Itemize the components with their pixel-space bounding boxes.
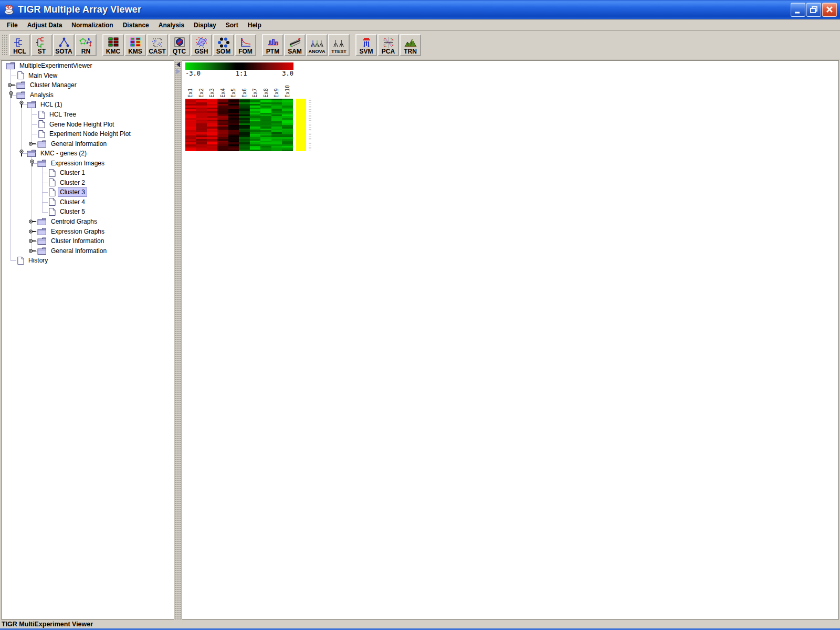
tree-item-general-information-8[interactable]: General Information <box>2 139 174 149</box>
tree-item-experiment-node-height-plot[interactable]: Experiment Node Height Plot <box>2 129 174 139</box>
tree-item-label: Expression Graphs <box>49 227 107 236</box>
toolbar-button-hcl[interactable]: HCL <box>9 34 30 56</box>
menu-item-file[interactable]: File <box>2 20 23 30</box>
tree-item-cluster-information[interactable]: Cluster Information <box>2 236 174 246</box>
expand-right-icon[interactable] <box>176 69 180 74</box>
toolbar-button-ttest[interactable]: TTEST <box>328 34 350 56</box>
toolbar-button-label: RN <box>81 48 90 55</box>
toolbar-button-label: ST <box>38 48 46 55</box>
app-icon <box>3 4 15 15</box>
menu-item-distance[interactable]: Distance <box>118 20 154 30</box>
tree-item-history[interactable]: History <box>2 256 174 266</box>
status-bar: TIGR MultiExperiment Viewer <box>0 620 840 628</box>
toolbar-button-label: GSH <box>194 48 208 55</box>
toolbar-button-qtc[interactable]: QTC <box>169 34 190 56</box>
toolbar-button-cast[interactable]: CAST <box>146 34 168 56</box>
toolbar-button-label: CAST <box>149 48 166 55</box>
folder-icon <box>16 81 26 89</box>
tree-item-expression-images[interactable]: Expression Images <box>2 158 174 168</box>
collapsed-handle-icon[interactable] <box>28 227 36 236</box>
toolbar-group-2: KMCKMSCASTQTCGSHSOMFOM <box>102 34 257 56</box>
svm-icon <box>360 37 373 48</box>
toolbar-button-som[interactable]: SOM <box>213 34 234 56</box>
column-label-text: Ex10 <box>285 85 290 98</box>
toolbar-button-pca[interactable]: PCA <box>377 34 399 56</box>
tree-item-main-view[interactable]: Main View <box>2 71 174 81</box>
expanded-handle-icon[interactable] <box>17 149 26 158</box>
toolbar-button-label: SOTA <box>55 48 72 55</box>
column-label-ex9: Ex9 <box>271 73 282 98</box>
minimize-button[interactable] <box>791 3 805 17</box>
close-button[interactable] <box>822 3 837 17</box>
toolbar-button-label: SVM <box>359 48 373 55</box>
menu-item-adjust-data[interactable]: Adjust Data <box>23 20 67 30</box>
toolbar-button-st[interactable]: ST <box>31 34 52 56</box>
collapsed-handle-icon[interactable] <box>7 80 15 90</box>
column-label-ex8: Ex8 <box>261 73 272 98</box>
kmc-icon <box>107 37 120 48</box>
folder-icon <box>6 61 15 70</box>
document-icon <box>16 256 24 265</box>
tree-item-centroid-graphs[interactable]: Centroid Graphs <box>2 217 174 227</box>
menu-item-help[interactable]: Help <box>243 20 266 30</box>
split-pane-divider[interactable] <box>174 60 182 620</box>
pca-icon <box>382 37 395 48</box>
toolbar-button-rn[interactable]: RN <box>75 34 97 56</box>
menu-item-analysis[interactable]: Analysis <box>154 20 189 30</box>
tree-item-general-information-19[interactable]: General Information <box>2 246 174 256</box>
tree-item-analysis[interactable]: Analysis <box>2 90 174 100</box>
tree-item-kmc-genes-2[interactable]: KMC - genes (2) <box>2 149 174 159</box>
expanded-handle-icon[interactable] <box>28 159 36 168</box>
tree-item-expression-graphs[interactable]: Expression Graphs <box>2 226 174 236</box>
toolbar: HCLSTSOTARNKMCKMSCASTQTCGSHSOMFOMPTMSAMA… <box>0 31 840 59</box>
toolbar-button-ptm[interactable]: PTM <box>262 34 284 56</box>
document-icon <box>48 178 56 187</box>
toolbar-button-label: HCL <box>13 48 26 55</box>
tree-item-multipleexperimentviewer[interactable]: MultipleExperimentViewer <box>2 61 174 71</box>
menu-item-display[interactable]: Display <box>189 20 221 30</box>
toolbar-button-svm[interactable]: SVM <box>355 34 377 56</box>
tree-item-cluster-1[interactable]: Cluster 1 <box>2 168 174 178</box>
toolbar-button-fom[interactable]: FOM <box>235 34 256 56</box>
tree-item-cluster-5[interactable]: Cluster 5 <box>2 207 174 217</box>
st-icon <box>35 37 49 48</box>
minimize-icon <box>792 4 804 15</box>
tree-item-label: Expression Images <box>49 159 107 168</box>
toolbar-button-sam[interactable]: SAM <box>284 34 306 56</box>
tree-item-gene-node-height-plot[interactable]: Gene Node Height Plot <box>2 119 174 129</box>
tree-item-hcl-tree[interactable]: HCL Tree <box>2 110 174 120</box>
restore-button[interactable] <box>806 3 821 17</box>
collapse-left-icon[interactable] <box>176 62 180 67</box>
toolbar-button-gsh[interactable]: GSH <box>191 34 212 56</box>
folder-icon <box>27 100 36 109</box>
toolbar-drag-handle[interactable] <box>1 34 7 56</box>
toolbar-button-anova[interactable]: ANOVA <box>306 34 328 56</box>
menu-item-normalization[interactable]: Normalization <box>67 20 118 30</box>
expression-heatmap[interactable] <box>185 99 293 151</box>
collapsed-handle-icon[interactable] <box>28 246 36 256</box>
collapsed-handle-icon[interactable] <box>28 236 36 246</box>
app-window: TIGR Multiple Array Viewer FileAdjust Da… <box>0 0 840 630</box>
expanded-handle-icon[interactable] <box>7 90 15 100</box>
toolbar-button-trn[interactable]: TRN <box>400 34 421 56</box>
tree-item-cluster-3[interactable]: Cluster 3 <box>2 187 174 197</box>
content-area: MultipleExperimentViewerMain ViewCluster… <box>0 59 840 620</box>
toolbar-button-kmc[interactable]: KMC <box>102 34 124 56</box>
toolbar-button-label: PTM <box>266 48 279 55</box>
collapsed-handle-icon[interactable] <box>28 139 36 149</box>
tree-item-hcl-1[interactable]: HCL (1) <box>2 100 174 110</box>
expanded-handle-icon[interactable] <box>17 100 26 109</box>
toolbar-button-sota[interactable]: SOTA <box>53 34 75 56</box>
tree-item-cluster-manager[interactable]: Cluster Manager <box>2 80 174 90</box>
menu-bar: FileAdjust DataNormalizationDistanceAnal… <box>0 19 840 31</box>
tree-item-cluster-4[interactable]: Cluster 4 <box>2 197 174 207</box>
collapsed-handle-icon[interactable] <box>28 217 36 226</box>
toolbar-button-kms[interactable]: KMS <box>124 34 146 56</box>
menu-item-sort[interactable]: Sort <box>221 20 243 30</box>
toolbar-button-label: ANOVA <box>309 49 326 55</box>
qtc-icon <box>173 37 186 48</box>
column-label-text: Ex4 <box>220 88 226 98</box>
tree-item-cluster-2[interactable]: Cluster 2 <box>2 178 174 188</box>
folder-icon <box>16 91 26 99</box>
tree-item-label: General Information <box>49 139 109 149</box>
